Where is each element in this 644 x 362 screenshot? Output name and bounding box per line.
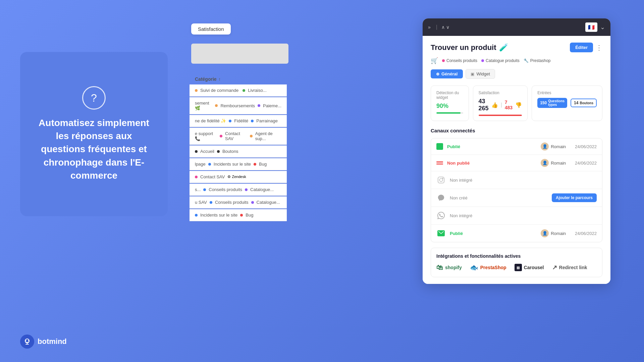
botmind-logo: botmind <box>20 335 67 349</box>
avatar-6: 👤 <box>541 229 549 237</box>
list-item: Suivi de commande Livraiso... <box>190 84 287 97</box>
canal-user-1: 👤 Romain <box>541 142 566 150</box>
detection-bar <box>436 112 461 114</box>
canal-date-1: 24/06/2022 <box>570 144 597 149</box>
detection-label: Détection du widget <box>436 90 463 100</box>
buttons-badge: 14 Boutons <box>571 99 597 107</box>
integrations-title: Intégrations et fonctionnalités actives <box>436 253 597 259</box>
tag-conseils: Conseils produits <box>442 58 477 63</box>
canal-row-2: Non publié 👤 Romain 24/06/2022 <box>431 155 602 171</box>
list-item: Contact SAV ⚙ Zendesk <box>190 171 287 183</box>
shopify-icon: 🛍 <box>436 264 443 272</box>
satisfaction-bar <box>479 115 522 116</box>
right-panel: » | ∧ ∨ 🇫🇷 ⌄ Trouver un produit 🧪 Éditer <box>423 18 610 284</box>
flag-button[interactable]: 🇫🇷 <box>585 22 597 32</box>
canal-row-3: Non intégré <box>431 171 602 189</box>
list-item: ne de fidélité ✨ Fidélité Parrainage <box>190 115 287 127</box>
cart-icon: 🛒 <box>431 57 438 64</box>
svg-rect-4 <box>25 344 29 345</box>
redirect-icon: ↗ <box>552 264 557 271</box>
tags-row: 🛒 Conseils produits Catalogue produits 🔧… <box>431 57 602 64</box>
tag-catalogue: Catalogue produits <box>481 58 520 63</box>
nav-arrows[interactable]: ∧ ∨ <box>441 24 449 30</box>
canaux-title: Canaux connectés <box>431 128 602 133</box>
double-arrow-icon[interactable]: » <box>428 24 431 30</box>
tabs-row: ⊕ Général ▣ Widget <box>431 69 602 79</box>
carousel-integration: ▤ Carousel <box>515 264 544 271</box>
integrations-row: 🛍 shopify 🐟 PrestaShop ▤ Carousel ↗ Redi… <box>436 263 597 272</box>
canal-status-3: Non intégré <box>450 178 597 183</box>
widget-icon-1 <box>436 143 443 150</box>
canal-status-6: Publié <box>450 231 537 236</box>
canal-row-6: Publié 👤 Romain 24/06/2022 <box>431 225 602 242</box>
canal-row-4: Non créé Ajouter le parcours <box>431 189 602 207</box>
canal-row-5: Non intégré <box>431 207 602 225</box>
main-text: Automatisez simplement les réponses aux … <box>34 116 154 182</box>
header-actions: Éditer ⋮ <box>570 43 602 52</box>
canal-status-1: Publié <box>447 144 537 149</box>
product-title: Trouver un produit 🧪 <box>431 43 508 52</box>
prestashop-integration: 🐟 PrestaShop <box>470 263 506 272</box>
satisfaction-card: Satisfaction 43 265 👍 | 7 483 👎 <box>473 85 528 121</box>
avatar-1: 👤 <box>541 142 549 150</box>
questions-badge: 150 Questions types <box>537 98 567 108</box>
ajouter-parcours-button[interactable]: Ajouter le parcours <box>552 193 597 202</box>
list-item: Accueil Boutons <box>190 145 287 158</box>
list-item: lpage Incidents sur le site Bug <box>190 158 287 170</box>
edit-button[interactable]: Éditer <box>570 43 593 52</box>
carousel-icon: ▤ <box>515 264 522 271</box>
top-bar: » | ∧ ∨ 🇫🇷 ⌄ <box>423 18 610 36</box>
satisfaction-value: 43 265 👍 | 7 483 👎 <box>479 98 522 112</box>
svg-rect-5 <box>438 177 444 183</box>
svg-rect-3 <box>27 343 28 344</box>
redirect-integration: ↗ Redirect link <box>552 264 587 271</box>
list-item: e support 📞 Contact SAV Agent de sup... <box>190 128 287 145</box>
prestashop-icon: 🐟 <box>470 263 478 272</box>
canal-status-5: Non intégré <box>450 213 597 218</box>
detection-progress <box>436 112 463 114</box>
svg-point-6 <box>439 178 442 181</box>
tab-widget[interactable]: ▣ Widget <box>466 69 495 79</box>
email-icon <box>436 229 446 238</box>
shopify-integration: 🛍 shopify <box>436 264 462 272</box>
list-item: Incidents sur le site Bug <box>190 209 287 221</box>
botmind-label: botmind <box>38 337 67 346</box>
top-bar-right: 🇫🇷 ⌄ <box>585 22 605 32</box>
entries-content: 150 Questions types 14 Boutons <box>537 98 597 108</box>
avatar-2: 👤 <box>541 159 549 167</box>
messenger-icon <box>436 193 446 202</box>
instagram-icon <box>436 175 446 185</box>
entrees-card: Entrées 150 Questions types 14 Boutons <box>532 85 602 121</box>
top-bar-left: » | ∧ ∨ <box>428 24 449 30</box>
svg-point-1 <box>25 340 26 341</box>
detection-card: Détection du widget 90% <box>431 85 469 121</box>
integrations-section: Intégrations et fonctionnalités actives … <box>431 248 602 277</box>
list-item: s... Conseils produits Catalogue... <box>190 184 287 196</box>
detection-value: 90% <box>436 103 463 110</box>
satisfaction-label: Satisfaction <box>479 90 522 95</box>
canal-status-2: Non publié <box>447 161 537 166</box>
grey-box <box>191 44 288 64</box>
content-area: Trouver un produit 🧪 Éditer ⋮ 🛒 Conseils… <box>423 36 610 284</box>
list-item: u SAV Conseils produits Catalogue... <box>190 196 287 208</box>
satisfaction-tab[interactable]: Satisfaction <box>191 23 231 35</box>
svg-point-2 <box>28 340 29 341</box>
canal-date-2: 24/06/2022 <box>570 161 597 166</box>
left-panel: ? Automatisez simplement les réponses au… <box>20 52 168 216</box>
more-button[interactable]: ⋮ <box>596 44 602 52</box>
product-header: Trouver un produit 🧪 Éditer ⋮ <box>431 43 602 52</box>
canal-date-6: 24/06/2022 <box>570 231 597 236</box>
stats-row: Détection du widget 90% Satisfaction 43 … <box>431 85 602 121</box>
canal-status-4: Non créé <box>450 195 548 200</box>
canal-user-2: 👤 Romain <box>541 159 566 167</box>
svg-point-7 <box>442 178 443 179</box>
middle-panel: Catégorie ↕ Suivi de commande Livraiso..… <box>190 74 287 222</box>
satisfaction-progress <box>479 115 522 116</box>
list-item: sement 🌿 Remboursements Paieme... <box>190 97 287 114</box>
canaux-card: Publié 👤 Romain 24/06/2022 Non publié <box>431 138 602 242</box>
tab-general[interactable]: ⊕ Général <box>431 69 463 78</box>
whatsapp-icon <box>436 211 446 220</box>
tag-prestashop: 🔧 Prestashop <box>524 58 551 63</box>
entrees-label: Entrées <box>537 90 597 95</box>
expand-icon[interactable]: ⌄ <box>600 23 605 31</box>
